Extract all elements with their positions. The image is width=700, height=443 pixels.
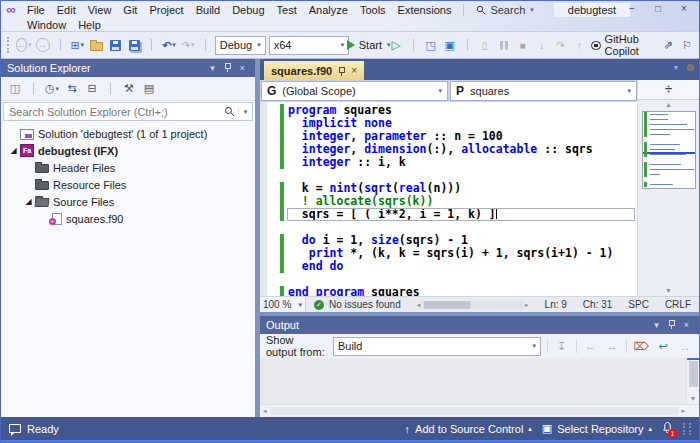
scroll-up-button[interactable]: ▴ xyxy=(666,100,670,110)
preview-selected-items-button[interactable]: ▤ xyxy=(141,80,157,98)
code-line-5[interactable]: integer :: i, k xyxy=(260,156,637,169)
toggle-word-wrap-button[interactable]: ↩ xyxy=(655,337,671,355)
close-panel-button[interactable]: × xyxy=(236,63,249,73)
new-project-button[interactable]: ⊞▾ xyxy=(69,36,85,54)
split-editor-handle[interactable]: ÷ xyxy=(638,80,699,100)
scroll-down-button[interactable]: ▾ xyxy=(691,394,695,404)
menu-analyze[interactable]: Analyze xyxy=(303,3,354,17)
output-content[interactable] xyxy=(260,358,686,404)
editor-horizontal-scrollbar[interactable]: ◂ ▸ xyxy=(417,300,529,310)
toolbar-grip[interactable] xyxy=(7,37,11,53)
menu-file[interactable]: File xyxy=(21,3,51,17)
previous-message-button[interactable]: ← xyxy=(582,337,598,355)
menu-edit[interactable]: Edit xyxy=(51,3,82,17)
notifications-button[interactable]: 1 xyxy=(662,421,673,436)
solution-explorer-titlebar[interactable]: Solution Explorer ▾ × xyxy=(1,59,255,77)
code-line-13[interactable]: end do xyxy=(260,260,637,273)
clear-all-button[interactable]: ⌦ xyxy=(633,337,649,355)
start-without-debugging-button[interactable]: ▷ xyxy=(388,36,404,54)
save-button[interactable] xyxy=(107,36,123,54)
auto-hide-button[interactable] xyxy=(219,62,236,74)
window-position-button[interactable]: ▾ xyxy=(650,320,663,330)
step-into-button[interactable]: ↓ xyxy=(534,36,550,54)
navigate-back-button[interactable]: ←▾ xyxy=(16,36,32,54)
zoom-dropdown[interactable]: 100 % ▾ xyxy=(260,297,306,312)
menu-debug[interactable]: Debug xyxy=(226,3,270,17)
show-processes-button[interactable]: ▣ xyxy=(442,36,458,54)
next-message-button[interactable]: → xyxy=(604,337,620,355)
send-feedback-button[interactable]: ⚐ xyxy=(679,36,695,54)
add-to-source-control-button[interactable]: ↑ Add to Source Control ▴ xyxy=(405,423,532,435)
collapse-all-button[interactable]: ⊟ xyxy=(84,80,100,98)
code-editor[interactable]: program squares implicit none integer, p… xyxy=(260,102,637,296)
minimize-button[interactable]: − xyxy=(619,1,645,17)
feedback-icon[interactable] xyxy=(9,424,21,433)
switch-views-button[interactable]: ◫ xyxy=(7,80,23,98)
code-line-9[interactable]: sqrs = [ ( i**2, i = 1, k) ] xyxy=(260,208,637,221)
filter-button[interactable]: ◷▾ xyxy=(44,80,60,98)
search-input[interactable] xyxy=(4,106,224,118)
hscroll-track[interactable] xyxy=(422,301,523,309)
maximize-button[interactable]: □ xyxy=(645,1,671,17)
auto-hide-button[interactable] xyxy=(663,319,680,331)
undo-button[interactable]: ↶▾ xyxy=(161,36,177,54)
start-debugging-button[interactable]: Start ▾ xyxy=(352,36,385,54)
menu-window[interactable]: Window xyxy=(21,19,72,31)
member-dropdown[interactable]: P squares ▾ xyxy=(450,81,637,101)
scope-dropdown[interactable]: G (Global Scope) ▾ xyxy=(261,81,448,101)
share-button[interactable]: ⇗ xyxy=(660,36,676,54)
menu-extensions[interactable]: Extensions xyxy=(392,3,458,17)
goto-source-button[interactable]: ↧ xyxy=(554,337,570,355)
close-button[interactable]: × xyxy=(671,1,697,17)
break-all-button[interactable] xyxy=(496,36,512,54)
window-position-button[interactable]: ▾ xyxy=(206,63,219,73)
menu-build[interactable]: Build xyxy=(190,3,226,17)
title-search[interactable]: Search ▾ xyxy=(470,4,539,16)
hscroll-thumb[interactable] xyxy=(424,301,469,309)
tree-item-resource-files[interactable]: Resource Files xyxy=(1,176,255,193)
menu-help[interactable]: Help xyxy=(72,19,107,31)
diagnostics-button[interactable]: ▯ xyxy=(477,36,493,54)
vscroll-thumb[interactable] xyxy=(689,361,698,387)
close-panel-button[interactable]: × xyxy=(680,320,693,330)
resize-grip[interactable] xyxy=(683,423,691,435)
properties-button[interactable]: ⚒ xyxy=(121,80,137,98)
menu-tools[interactable]: Tools xyxy=(354,3,392,17)
expander-icon[interactable]: ◢ xyxy=(22,197,35,206)
close-icon[interactable]: × xyxy=(351,65,357,76)
output-source-dropdown[interactable]: Build ▾ xyxy=(333,337,541,356)
menu-view[interactable]: View xyxy=(82,3,118,17)
select-repository-button[interactable]: ▣ Select Repository ▴ xyxy=(542,422,652,435)
tree-item-squares-f90[interactable]: squares.f90 xyxy=(1,210,255,227)
github-copilot-button[interactable]: GitHub Copilot xyxy=(591,36,657,54)
save-all-button[interactable] xyxy=(126,36,142,54)
search-options-dropdown[interactable]: ▾ xyxy=(238,108,252,116)
output-titlebar[interactable]: Output ▾ × xyxy=(260,316,699,334)
redo-button[interactable]: ↷▾ xyxy=(180,36,196,54)
scrollbar-map[interactable] xyxy=(642,111,696,189)
stop-debugging-button[interactable]: ■ xyxy=(515,36,531,54)
document-list-button[interactable]: ▾ xyxy=(674,63,678,72)
issues-indicator[interactable]: ✓ No issues found xyxy=(306,299,409,310)
tree-item-debugtest-ifx[interactable]: ◢debugtest (IFX) xyxy=(1,142,255,159)
code-line-15[interactable]: end program squares xyxy=(260,286,637,296)
solution-configuration-dropdown[interactable]: Debug▾ xyxy=(215,36,266,55)
editor-settings-button[interactable]: ⚙ xyxy=(686,62,695,73)
output-vertical-scrollbar[interactable]: ▾ xyxy=(686,358,699,404)
toolbar-overflow-button[interactable]: ‥ xyxy=(677,337,693,355)
sync-with-active-document-button[interactable]: ⇆ xyxy=(64,80,80,98)
solution-platform-dropdown[interactable]: x64▾ xyxy=(269,36,350,55)
tab-squares-f90[interactable]: squares.f90 × xyxy=(264,61,364,80)
output-horizontal-scrollbar[interactable]: ◂ ▸ xyxy=(260,404,699,417)
tree-item-solution-debugtest-1-of-1-project[interactable]: Solution 'debugtest' (1 of 1 project) xyxy=(1,125,255,142)
expander-icon[interactable]: ◢ xyxy=(7,146,20,155)
step-out-button[interactable]: ↑ xyxy=(572,36,588,54)
step-over-button[interactable]: ↷ xyxy=(553,36,569,54)
scroll-down-button[interactable]: ▾ xyxy=(666,286,670,296)
open-file-button[interactable] xyxy=(88,36,104,54)
navigate-forward-button[interactable]: → xyxy=(35,36,51,54)
menu-git[interactable]: Git xyxy=(117,3,143,17)
tree-item-header-files[interactable]: Header Files xyxy=(1,159,255,176)
menu-project[interactable]: Project xyxy=(143,3,189,17)
hscroll-track[interactable] xyxy=(270,407,679,415)
